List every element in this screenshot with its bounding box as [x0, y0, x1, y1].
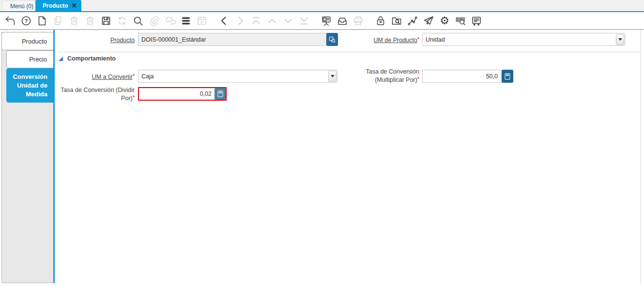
multiply-rate-label-text: Tasa de Conversión (Multiplicar Por)	[366, 68, 419, 83]
section-title: Comportamiento	[67, 55, 116, 62]
divide-rate-field-group[interactable]	[138, 87, 227, 101]
product-uom-label-link[interactable]: UM de Producto	[373, 37, 417, 44]
sidebar-tab-precio-label: Precio	[29, 56, 47, 63]
multiply-rate-label: Tasa de Conversión (Multiplicar Por)*	[337, 68, 419, 84]
divide-rate-required-marker: *	[133, 94, 135, 100]
last-record-icon[interactable]	[298, 15, 310, 27]
process-icon[interactable]: ⚙	[438, 15, 451, 27]
calculator-icon	[217, 90, 223, 97]
chat-icon[interactable]	[164, 15, 176, 27]
section-separator	[58, 52, 640, 52]
delete-selection-icon[interactable]	[84, 15, 96, 27]
find-icon[interactable]	[132, 15, 144, 27]
archive-icon[interactable]	[336, 15, 349, 27]
delete-record-icon[interactable]	[68, 15, 80, 27]
help-icon[interactable]: ?	[20, 15, 32, 27]
uom-to-label-link[interactable]: UM a Convertir	[92, 74, 133, 80]
product-info-icon[interactable]	[454, 15, 467, 27]
product-uom-label[interactable]: UM de Producto*	[337, 36, 419, 44]
uom-to-label[interactable]: UM a Convertir*	[57, 73, 135, 81]
divide-rate-calculator-button[interactable]	[215, 88, 226, 100]
product-label[interactable]: Producto	[57, 36, 135, 44]
print-icon[interactable]	[352, 15, 365, 27]
product-input[interactable]	[138, 33, 326, 45]
product-uom-input[interactable]	[423, 33, 615, 45]
divide-rate-label-text: Tasa de Conversión (Dividir Por)	[61, 87, 135, 102]
sidebar-tab-conversion-um[interactable]: Conversión Unidad de Medida	[6, 68, 53, 103]
detail-record-icon[interactable]	[282, 15, 294, 27]
grid-toggle-icon[interactable]	[180, 15, 192, 27]
uom-to-dropdown-button[interactable]	[328, 71, 337, 82]
report-icon[interactable]	[320, 15, 333, 27]
collapse-triangle-icon[interactable]	[59, 57, 63, 61]
product-window: Menú (0) Producto ✕ ?	[0, 0, 644, 286]
multiply-rate-input[interactable]	[423, 70, 501, 82]
calendar-icon[interactable]: 31	[196, 15, 208, 27]
multiply-rate-field[interactable]	[422, 70, 501, 83]
product-uom-dropdown-button[interactable]	[616, 34, 624, 45]
lock-icon[interactable]	[374, 15, 387, 27]
attachment-icon[interactable]	[148, 15, 160, 27]
product-search-button[interactable]	[326, 33, 338, 46]
product-field[interactable]	[138, 33, 326, 46]
send-icon[interactable]	[422, 15, 435, 27]
pos-icon[interactable]	[470, 15, 483, 27]
svg-text:?: ?	[25, 17, 28, 23]
sidebar-tab-producto-label: Producto	[22, 38, 47, 45]
save-icon[interactable]	[100, 15, 112, 27]
panel-right-edge	[640, 30, 641, 283]
uom-to-input[interactable]	[138, 70, 327, 82]
section-header: Comportamiento	[59, 55, 116, 62]
tab-producto[interactable]: Producto ✕	[35, 0, 81, 11]
previous-record-icon[interactable]	[218, 15, 230, 27]
sidebar-tab-precio[interactable]: Precio	[6, 50, 53, 68]
product-search-icon	[329, 36, 336, 43]
refresh-icon[interactable]	[116, 15, 128, 27]
chevron-down-icon	[618, 38, 622, 41]
tab-producto-label: Producto	[43, 2, 68, 9]
copy-record-icon[interactable]	[52, 15, 64, 27]
workflow-icon[interactable]	[406, 15, 419, 27]
multiply-rate-required-marker: *	[417, 76, 419, 82]
calculator-icon	[505, 73, 510, 80]
uom-to-required-marker: *	[133, 73, 135, 79]
product-uom-required-marker: *	[417, 36, 419, 42]
new-record-icon[interactable]	[36, 15, 48, 27]
close-icon[interactable]: ✕	[72, 2, 77, 9]
document-search-icon[interactable]	[390, 15, 403, 27]
product-uom-combobox[interactable]	[422, 33, 625, 46]
chevron-down-icon	[331, 75, 335, 77]
parent-record-icon[interactable]	[266, 15, 278, 27]
svg-text:31: 31	[200, 20, 204, 23]
divide-rate-input[interactable]	[139, 88, 215, 100]
first-record-icon[interactable]	[250, 15, 262, 27]
undo-icon[interactable]	[4, 15, 16, 27]
sidebar-tab-producto[interactable]: Producto	[1, 32, 53, 50]
window-tab-bar: Menú (0) Producto ✕	[0, 0, 644, 11]
sidebar-divider	[53, 30, 55, 283]
divide-rate-label: Tasa de Conversión (Dividir Por)*	[57, 87, 135, 102]
product-label-link[interactable]: Producto	[110, 37, 135, 44]
uom-to-combobox[interactable]	[138, 70, 337, 83]
toolbar: ? 31	[0, 12, 644, 30]
next-record-icon[interactable]	[234, 15, 246, 27]
multiply-rate-calculator-button[interactable]	[502, 70, 513, 83]
